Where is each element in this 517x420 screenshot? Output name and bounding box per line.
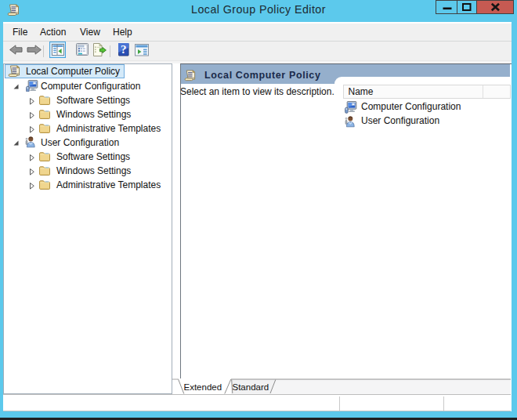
svg-text:Standard: Standard	[233, 382, 269, 392]
svg-text:?: ?	[121, 43, 127, 56]
svg-text:Extended: Extended	[184, 382, 222, 392]
